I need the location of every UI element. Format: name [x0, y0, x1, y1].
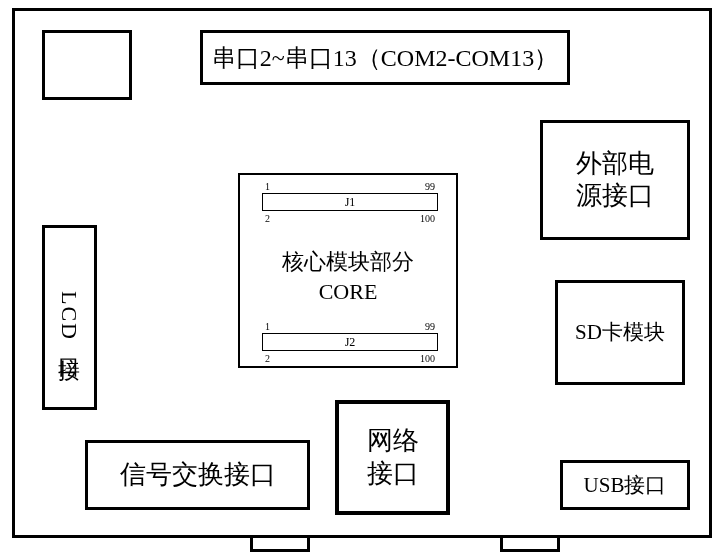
j1-pin-br: 100: [420, 213, 435, 224]
sd-card-block: SD卡模块: [555, 280, 685, 385]
usb-label: USB接口: [584, 472, 667, 498]
usb-interface-block: USB接口: [560, 460, 690, 510]
external-power-block: 外部电 源接口: [540, 120, 690, 240]
external-power-label: 外部电 源接口: [576, 148, 654, 213]
diagram-canvas: 串口2~串口13（COM2-COM13） 外部电 源接口 J1 1 99 2 1…: [0, 0, 724, 555]
unlabeled-block: [42, 30, 132, 100]
j2-pin-bl: 2: [265, 353, 270, 364]
connector-j1-name: J1: [263, 195, 437, 210]
core-title: 核心模块部分 CORE: [240, 247, 456, 306]
signal-label: 信号交换接口: [120, 459, 276, 492]
lcd-label: LCD接口: [56, 291, 84, 345]
sd-label: SD卡模块: [575, 319, 665, 345]
core-module-block: J1 1 99 2 100 核心模块部分 CORE J2 1 99 2 100: [238, 173, 458, 368]
lcd-interface-block: LCD接口: [42, 225, 97, 410]
j2-pin-tr: 99: [425, 321, 435, 332]
serial-ports-block: 串口2~串口13（COM2-COM13）: [200, 30, 570, 85]
j2-pin-br: 100: [420, 353, 435, 364]
signal-exchange-block: 信号交换接口: [85, 440, 310, 510]
network-label: 网络 接口: [367, 425, 419, 490]
board-tab-left: [250, 538, 310, 552]
j1-pin-tr: 99: [425, 181, 435, 192]
connector-j2-name: J2: [263, 335, 437, 350]
connector-j2: J2 1 99 2 100: [262, 333, 438, 351]
board-tab-right: [500, 538, 560, 552]
j1-pin-tl: 1: [265, 181, 270, 192]
j1-pin-bl: 2: [265, 213, 270, 224]
network-interface-block: 网络 接口: [335, 400, 450, 515]
j2-pin-tl: 1: [265, 321, 270, 332]
connector-j1: J1 1 99 2 100: [262, 193, 438, 211]
serial-ports-label: 串口2~串口13（COM2-COM13）: [212, 43, 558, 73]
